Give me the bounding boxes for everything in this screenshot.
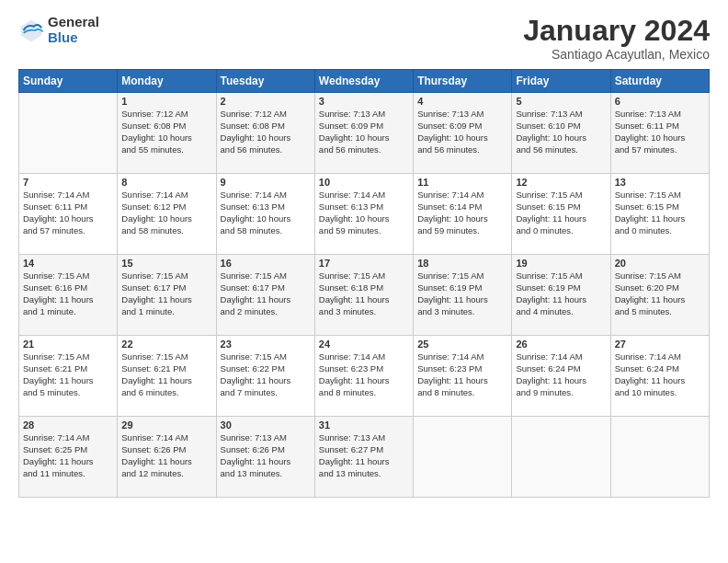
table-row	[19, 93, 118, 174]
calendar-table: Sunday Monday Tuesday Wednesday Thursday…	[18, 69, 710, 498]
day-number: 9	[221, 177, 311, 188]
table-row: 30Sunrise: 7:13 AM Sunset: 6:26 PM Dayli…	[216, 417, 314, 498]
day-number: 28	[23, 419, 113, 431]
day-number: 8	[121, 177, 211, 188]
day-info: Sunrise: 7:15 AM Sunset: 6:15 PM Dayligh…	[615, 190, 705, 236]
day-info: Sunrise: 7:14 AM Sunset: 6:24 PM Dayligh…	[516, 351, 606, 398]
day-number: 1	[121, 96, 211, 107]
day-number: 22	[121, 339, 211, 350]
day-info: Sunrise: 7:14 AM Sunset: 6:13 PM Dayligh…	[319, 190, 409, 236]
day-number: 12	[516, 177, 606, 188]
day-number: 19	[516, 258, 606, 269]
table-row: 12Sunrise: 7:15 AM Sunset: 6:15 PM Dayli…	[512, 174, 610, 255]
day-number: 16	[221, 258, 311, 269]
day-number: 31	[319, 419, 409, 431]
table-row: 14Sunrise: 7:15 AM Sunset: 6:16 PM Dayli…	[19, 255, 118, 336]
day-number: 17	[319, 258, 409, 269]
table-row: 3Sunrise: 7:13 AM Sunset: 6:09 PM Daylig…	[314, 93, 413, 174]
table-row: 15Sunrise: 7:15 AM Sunset: 6:17 PM Dayli…	[118, 255, 216, 336]
header: General Blue January 2024 Santiago Acayu…	[18, 15, 710, 62]
day-info: Sunrise: 7:14 AM Sunset: 6:23 PM Dayligh…	[319, 351, 409, 398]
table-row: 8Sunrise: 7:14 AM Sunset: 6:12 PM Daylig…	[118, 174, 216, 255]
day-info: Sunrise: 7:13 AM Sunset: 6:09 PM Dayligh…	[417, 109, 507, 155]
day-info: Sunrise: 7:13 AM Sunset: 6:26 PM Dayligh…	[221, 432, 311, 479]
col-tuesday: Tuesday	[216, 70, 314, 93]
table-row: 19Sunrise: 7:15 AM Sunset: 6:19 PM Dayli…	[512, 255, 610, 336]
day-info: Sunrise: 7:14 AM Sunset: 6:25 PM Dayligh…	[23, 432, 113, 479]
col-friday: Friday	[512, 70, 610, 93]
title-block: January 2024 Santiago Acayutlan, Mexico	[523, 15, 710, 62]
table-row: 5Sunrise: 7:13 AM Sunset: 6:10 PM Daylig…	[512, 93, 610, 174]
table-row: 24Sunrise: 7:14 AM Sunset: 6:23 PM Dayli…	[314, 336, 413, 417]
day-number: 6	[615, 96, 705, 107]
table-row: 26Sunrise: 7:14 AM Sunset: 6:24 PM Dayli…	[512, 336, 610, 417]
day-info: Sunrise: 7:14 AM Sunset: 6:26 PM Dayligh…	[121, 432, 211, 479]
day-number: 29	[121, 419, 211, 431]
location: Santiago Acayutlan, Mexico	[523, 47, 710, 62]
table-row: 21Sunrise: 7:15 AM Sunset: 6:21 PM Dayli…	[19, 336, 118, 417]
logo: General Blue	[18, 15, 99, 45]
day-number: 2	[221, 96, 311, 107]
table-row: 13Sunrise: 7:15 AM Sunset: 6:15 PM Dayli…	[610, 174, 709, 255]
logo-blue: Blue	[48, 30, 99, 46]
table-row: 2Sunrise: 7:12 AM Sunset: 6:08 PM Daylig…	[216, 93, 314, 174]
table-row: 27Sunrise: 7:14 AM Sunset: 6:24 PM Dayli…	[610, 336, 709, 417]
table-row: 16Sunrise: 7:15 AM Sunset: 6:17 PM Dayli…	[216, 255, 314, 336]
day-info: Sunrise: 7:15 AM Sunset: 6:17 PM Dayligh…	[221, 270, 311, 317]
day-number: 11	[417, 177, 507, 188]
table-row: 28Sunrise: 7:14 AM Sunset: 6:25 PM Dayli…	[19, 417, 118, 498]
calendar-week-row: 1Sunrise: 7:12 AM Sunset: 6:08 PM Daylig…	[19, 93, 710, 174]
day-number: 23	[221, 339, 311, 350]
day-number: 24	[319, 339, 409, 350]
day-info: Sunrise: 7:12 AM Sunset: 6:08 PM Dayligh…	[221, 109, 311, 155]
table-row: 4Sunrise: 7:13 AM Sunset: 6:09 PM Daylig…	[414, 93, 512, 174]
logo-general: General	[48, 15, 99, 30]
table-row	[512, 417, 610, 498]
col-saturday: Saturday	[610, 70, 709, 93]
page-container: General Blue January 2024 Santiago Acayu…	[0, 0, 728, 507]
calendar-week-row: 28Sunrise: 7:14 AM Sunset: 6:25 PM Dayli…	[19, 417, 710, 498]
day-info: Sunrise: 7:15 AM Sunset: 6:19 PM Dayligh…	[516, 270, 606, 317]
day-info: Sunrise: 7:15 AM Sunset: 6:22 PM Dayligh…	[221, 351, 311, 398]
day-number: 27	[615, 339, 705, 350]
day-info: Sunrise: 7:12 AM Sunset: 6:08 PM Dayligh…	[121, 109, 211, 155]
table-row: 22Sunrise: 7:15 AM Sunset: 6:21 PM Dayli…	[118, 336, 216, 417]
day-number: 20	[615, 258, 705, 269]
calendar-header-row: Sunday Monday Tuesday Wednesday Thursday…	[19, 70, 710, 93]
calendar-week-row: 7Sunrise: 7:14 AM Sunset: 6:11 PM Daylig…	[19, 174, 710, 255]
day-number: 4	[417, 96, 507, 107]
table-row: 29Sunrise: 7:14 AM Sunset: 6:26 PM Dayli…	[118, 417, 216, 498]
col-monday: Monday	[118, 70, 216, 93]
day-info: Sunrise: 7:15 AM Sunset: 6:16 PM Dayligh…	[23, 270, 113, 317]
col-sunday: Sunday	[19, 70, 118, 93]
day-info: Sunrise: 7:14 AM Sunset: 6:13 PM Dayligh…	[221, 190, 311, 236]
day-info: Sunrise: 7:14 AM Sunset: 6:12 PM Dayligh…	[121, 190, 211, 236]
table-row: 10Sunrise: 7:14 AM Sunset: 6:13 PM Dayli…	[314, 174, 413, 255]
col-thursday: Thursday	[414, 70, 512, 93]
table-row: 7Sunrise: 7:14 AM Sunset: 6:11 PM Daylig…	[19, 174, 118, 255]
logo-text: General Blue	[48, 15, 99, 45]
day-number: 3	[319, 96, 409, 107]
day-number: 13	[615, 177, 705, 188]
day-number: 7	[23, 177, 113, 188]
day-info: Sunrise: 7:15 AM Sunset: 6:20 PM Dayligh…	[615, 270, 705, 317]
calendar-week-row: 21Sunrise: 7:15 AM Sunset: 6:21 PM Dayli…	[19, 336, 710, 417]
day-number: 21	[23, 339, 113, 350]
col-wednesday: Wednesday	[314, 70, 413, 93]
day-number: 26	[516, 339, 606, 350]
table-row: 6Sunrise: 7:13 AM Sunset: 6:11 PM Daylig…	[610, 93, 709, 174]
day-info: Sunrise: 7:14 AM Sunset: 6:14 PM Dayligh…	[417, 190, 507, 236]
table-row: 20Sunrise: 7:15 AM Sunset: 6:20 PM Dayli…	[610, 255, 709, 336]
logo-icon	[18, 17, 44, 43]
day-info: Sunrise: 7:13 AM Sunset: 6:09 PM Dayligh…	[319, 109, 409, 155]
day-number: 5	[516, 96, 606, 107]
day-info: Sunrise: 7:15 AM Sunset: 6:19 PM Dayligh…	[417, 270, 507, 317]
day-number: 25	[417, 339, 507, 350]
table-row: 11Sunrise: 7:14 AM Sunset: 6:14 PM Dayli…	[414, 174, 512, 255]
day-info: Sunrise: 7:13 AM Sunset: 6:10 PM Dayligh…	[516, 109, 606, 155]
table-row	[610, 417, 709, 498]
table-row: 31Sunrise: 7:13 AM Sunset: 6:27 PM Dayli…	[314, 417, 413, 498]
table-row: 18Sunrise: 7:15 AM Sunset: 6:19 PM Dayli…	[414, 255, 512, 336]
day-number: 30	[221, 419, 311, 431]
day-info: Sunrise: 7:15 AM Sunset: 6:17 PM Dayligh…	[121, 270, 211, 317]
